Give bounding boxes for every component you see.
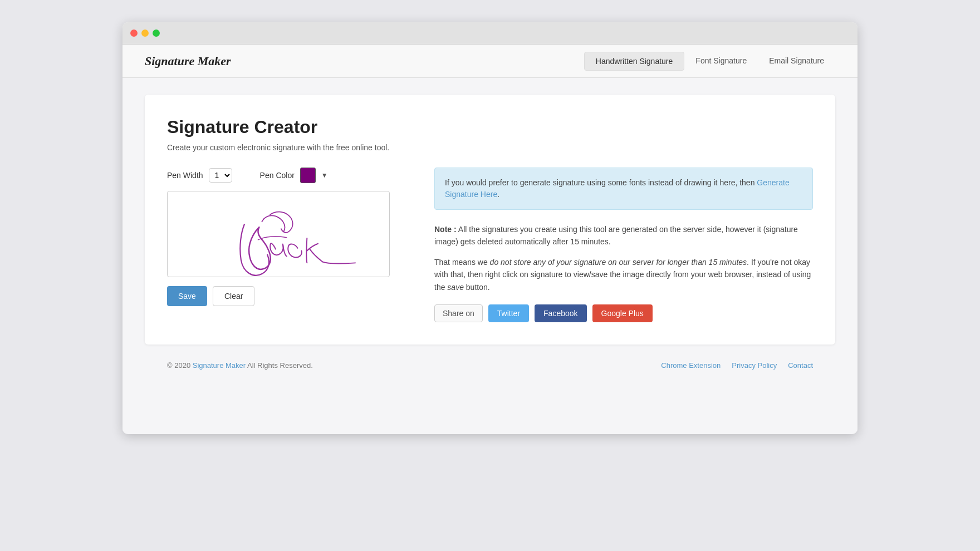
footer-copyright: © 2020 Signature Maker All Rights Reserv… — [167, 361, 313, 370]
note-text-2-end: button. — [464, 283, 490, 292]
info-box-text-before: If you would prefer to generate signatur… — [445, 178, 757, 187]
nav-logo: Signature Maker — [145, 54, 584, 68]
share-on-label: Share on — [434, 304, 483, 322]
site-wrapper: Signature Maker Handwritten Signature Fo… — [122, 45, 857, 434]
two-column-layout: Pen Width 1 2 3 4 5 Pen Color — [167, 168, 813, 322]
signature-drawing — [168, 191, 389, 277]
main-card: Signature Creator Create your custom ele… — [145, 95, 835, 345]
clear-button[interactable]: Clear — [213, 286, 254, 306]
navbar: Signature Maker Handwritten Signature Fo… — [122, 45, 857, 78]
content-wrapper: Signature Creator Create your custom ele… — [122, 78, 857, 403]
traffic-light-close[interactable] — [130, 29, 138, 37]
pen-width-label: Pen Width — [167, 171, 203, 180]
pen-width-group: Pen Width 1 2 3 4 5 — [167, 168, 232, 183]
controls-row: Pen Width 1 2 3 4 5 Pen Color — [167, 168, 401, 183]
right-column: If you would prefer to generate signatur… — [434, 168, 813, 322]
browser-titlebar — [122, 22, 857, 45]
googleplus-share-button[interactable]: Google Plus — [592, 304, 653, 322]
info-box-text-after: . — [497, 190, 499, 199]
traffic-light-minimize[interactable] — [141, 29, 149, 37]
left-column: Pen Width 1 2 3 4 5 Pen Color — [167, 168, 401, 306]
facebook-share-button[interactable]: Facebook — [535, 304, 586, 322]
note-text-2: That means we do not store any of your s… — [434, 256, 813, 293]
nav-font-signature[interactable]: Font Signature — [684, 52, 758, 71]
nav-handwritten-signature[interactable]: Handwritten Signature — [584, 52, 685, 71]
footer-chrome-extension-link[interactable]: Chrome Extension — [661, 361, 721, 370]
note-text-1: Note : All the signatures you create usi… — [434, 223, 813, 248]
footer-contact-link[interactable]: Contact — [788, 361, 813, 370]
pen-color-group: Pen Color ▼ — [260, 168, 328, 183]
nav-email-signature[interactable]: Email Signature — [758, 52, 835, 71]
share-row: Share on Twitter Facebook Google Plus — [434, 304, 813, 322]
twitter-share-button[interactable]: Twitter — [488, 304, 529, 322]
pen-color-label: Pen Color — [260, 171, 295, 180]
nav-links: Handwritten Signature Font Signature Ema… — [584, 52, 835, 71]
footer-brand-link[interactable]: Signature Maker — [193, 361, 246, 370]
color-dropdown-arrow-icon[interactable]: ▼ — [321, 171, 328, 179]
signature-canvas[interactable] — [167, 191, 390, 277]
footer: © 2020 Signature Maker All Rights Reserv… — [145, 350, 835, 381]
note-italic: do not store any of your signature on ou… — [490, 258, 747, 267]
info-box: If you would prefer to generate signatur… — [434, 168, 813, 210]
button-row: Save Clear — [167, 286, 401, 306]
note-text-1-content: All the signatures you create using this… — [434, 225, 798, 246]
footer-privacy-policy-link[interactable]: Privacy Policy — [732, 361, 777, 370]
footer-links: Chrome Extension Privacy Policy Contact — [661, 361, 813, 370]
copyright-text: © 2020 — [167, 361, 193, 370]
save-italic: save — [447, 283, 464, 292]
page-subtitle: Create your custom electronic signature … — [167, 143, 813, 152]
page-title: Signature Creator — [167, 117, 813, 137]
traffic-light-fullscreen[interactable] — [153, 29, 160, 37]
pen-width-select[interactable]: 1 2 3 4 5 — [209, 168, 232, 183]
save-button[interactable]: Save — [167, 286, 207, 306]
note-label: Note : — [434, 225, 457, 234]
note-text-2-prefix: That means we — [434, 258, 490, 267]
copyright-end: All Rights Reserved. — [246, 361, 313, 370]
pen-color-swatch[interactable] — [300, 168, 316, 183]
browser-window: Signature Maker Handwritten Signature Fo… — [122, 22, 857, 434]
